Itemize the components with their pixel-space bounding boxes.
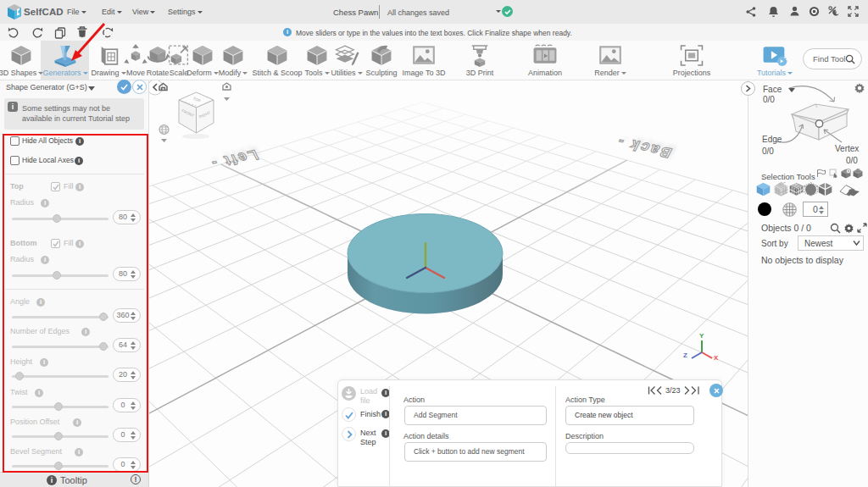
svg-text:3/23: 3/23	[665, 386, 681, 395]
svg-text:X: X	[714, 354, 719, 362]
svg-text:Y: Y	[699, 332, 704, 340]
svg-text:Z: Z	[683, 351, 687, 359]
